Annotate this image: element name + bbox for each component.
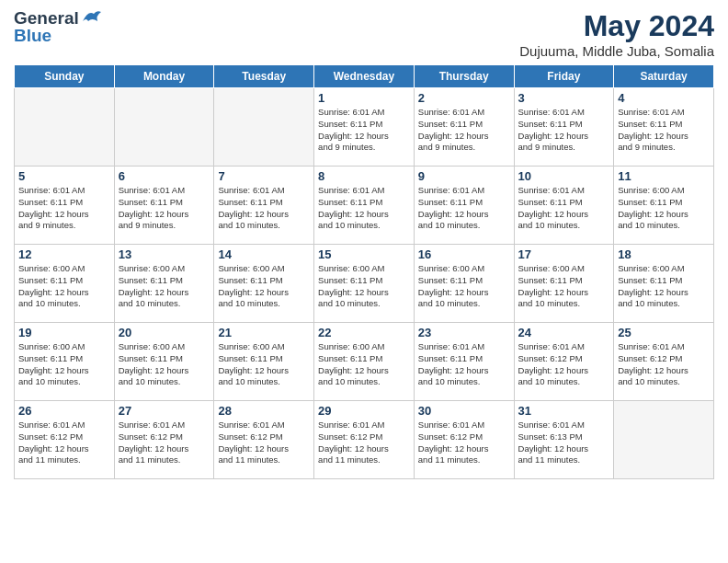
cell-info: Sunrise: 6:01 AMSunset: 6:12 PMDaylight:…	[618, 341, 710, 388]
cell-info: Sunrise: 6:01 AMSunset: 6:11 PMDaylight:…	[318, 107, 410, 154]
day-header-wednesday: Wednesday	[314, 65, 415, 88]
cell-info: Sunrise: 6:00 AMSunset: 6:11 PMDaylight:…	[318, 341, 410, 388]
day-header-friday: Friday	[514, 65, 614, 88]
cal-cell: 7Sunrise: 6:01 AMSunset: 6:11 PMDaylight…	[214, 167, 314, 245]
cell-info: Sunrise: 6:01 AMSunset: 6:12 PMDaylight:…	[518, 341, 610, 388]
cal-cell: 21Sunrise: 6:00 AMSunset: 6:11 PMDayligh…	[214, 323, 314, 401]
cal-cell: 22Sunrise: 6:00 AMSunset: 6:11 PMDayligh…	[314, 323, 415, 401]
day-number: 4	[618, 91, 710, 105]
cal-cell: 18Sunrise: 6:00 AMSunset: 6:11 PMDayligh…	[614, 245, 714, 323]
cell-info: Sunrise: 6:00 AMSunset: 6:11 PMDaylight:…	[618, 185, 710, 232]
cell-info: Sunrise: 6:00 AMSunset: 6:11 PMDaylight:…	[18, 341, 110, 388]
week-row-2: 5Sunrise: 6:01 AMSunset: 6:11 PMDaylight…	[15, 167, 714, 245]
cal-cell: 27Sunrise: 6:01 AMSunset: 6:12 PMDayligh…	[114, 401, 214, 479]
cal-cell: 10Sunrise: 6:01 AMSunset: 6:11 PMDayligh…	[514, 167, 614, 245]
cal-cell: 15Sunrise: 6:00 AMSunset: 6:11 PMDayligh…	[314, 245, 415, 323]
day-header-monday: Monday	[114, 65, 214, 88]
day-number: 20	[119, 326, 210, 339]
cal-cell	[214, 88, 314, 167]
day-number: 30	[418, 404, 510, 418]
day-number: 18	[618, 247, 710, 261]
cal-cell: 4Sunrise: 6:01 AMSunset: 6:11 PMDaylight…	[614, 88, 714, 167]
cal-cell: 11Sunrise: 6:00 AMSunset: 6:11 PMDayligh…	[614, 167, 714, 245]
cal-cell: 25Sunrise: 6:01 AMSunset: 6:12 PMDayligh…	[614, 323, 714, 401]
logo-blue: Blue	[14, 27, 101, 46]
day-number: 25	[618, 326, 710, 339]
day-number: 15	[318, 247, 410, 261]
cell-info: Sunrise: 6:00 AMSunset: 6:11 PMDaylight:…	[518, 263, 610, 310]
day-number: 14	[218, 247, 310, 261]
cal-cell	[614, 401, 714, 479]
cell-info: Sunrise: 6:01 AMSunset: 6:11 PMDaylight:…	[618, 107, 710, 154]
cal-cell: 13Sunrise: 6:00 AMSunset: 6:11 PMDayligh…	[114, 245, 214, 323]
cal-cell: 20Sunrise: 6:00 AMSunset: 6:11 PMDayligh…	[114, 323, 214, 401]
cell-info: Sunrise: 6:01 AMSunset: 6:11 PMDaylight:…	[418, 341, 510, 388]
week-row-1: 1Sunrise: 6:01 AMSunset: 6:11 PMDaylight…	[15, 88, 714, 167]
cal-cell: 23Sunrise: 6:01 AMSunset: 6:11 PMDayligh…	[414, 323, 514, 401]
logo-bird-icon	[81, 8, 101, 25]
cell-info: Sunrise: 6:00 AMSunset: 6:11 PMDaylight:…	[618, 263, 710, 310]
day-number: 5	[18, 169, 110, 183]
cell-info: Sunrise: 6:01 AMSunset: 6:11 PMDaylight:…	[18, 185, 110, 232]
cal-cell	[15, 88, 115, 167]
cal-cell: 19Sunrise: 6:00 AMSunset: 6:11 PMDayligh…	[15, 323, 115, 401]
days-header-row: SundayMondayTuesdayWednesdayThursdayFrid…	[15, 65, 714, 88]
cell-info: Sunrise: 6:00 AMSunset: 6:11 PMDaylight:…	[18, 263, 110, 310]
logo: General Blue	[14, 9, 101, 46]
cal-cell: 26Sunrise: 6:01 AMSunset: 6:12 PMDayligh…	[15, 401, 115, 479]
cell-info: Sunrise: 6:01 AMSunset: 6:12 PMDaylight:…	[218, 419, 310, 466]
day-number: 16	[418, 247, 510, 261]
day-number: 1	[318, 91, 410, 105]
day-number: 13	[119, 247, 210, 261]
day-number: 27	[119, 404, 210, 418]
cal-cell: 1Sunrise: 6:01 AMSunset: 6:11 PMDaylight…	[314, 88, 415, 167]
day-number: 29	[318, 404, 410, 418]
cal-cell: 2Sunrise: 6:01 AMSunset: 6:11 PMDaylight…	[414, 88, 514, 167]
cell-info: Sunrise: 6:00 AMSunset: 6:11 PMDaylight:…	[119, 341, 210, 388]
cell-info: Sunrise: 6:00 AMSunset: 6:11 PMDaylight:…	[218, 263, 310, 310]
day-header-tuesday: Tuesday	[214, 65, 314, 88]
cell-info: Sunrise: 6:01 AMSunset: 6:12 PMDaylight:…	[119, 419, 210, 466]
cal-cell: 31Sunrise: 6:01 AMSunset: 6:13 PMDayligh…	[514, 401, 614, 479]
day-number: 17	[518, 247, 610, 261]
day-number: 28	[218, 404, 310, 418]
day-number: 3	[518, 91, 610, 105]
day-number: 21	[218, 326, 310, 339]
day-number: 19	[18, 326, 110, 339]
month-year-title: May 2024	[519, 9, 714, 43]
cell-info: Sunrise: 6:01 AMSunset: 6:11 PMDaylight:…	[418, 107, 510, 154]
day-number: 26	[18, 404, 110, 418]
cell-info: Sunrise: 6:01 AMSunset: 6:11 PMDaylight:…	[318, 185, 410, 232]
day-number: 22	[318, 326, 410, 339]
cal-cell: 6Sunrise: 6:01 AMSunset: 6:11 PMDaylight…	[114, 167, 214, 245]
location-subtitle: Dujuuma, Middle Juba, Somalia	[519, 43, 714, 59]
cal-cell: 9Sunrise: 6:01 AMSunset: 6:11 PMDaylight…	[414, 167, 514, 245]
day-number: 31	[518, 404, 610, 418]
day-number: 23	[418, 326, 510, 339]
week-row-4: 19Sunrise: 6:00 AMSunset: 6:11 PMDayligh…	[15, 323, 714, 401]
cal-cell	[114, 88, 214, 167]
title-area: May 2024 Dujuuma, Middle Juba, Somalia	[519, 9, 714, 59]
day-header-sunday: Sunday	[15, 65, 115, 88]
cell-info: Sunrise: 6:00 AMSunset: 6:11 PMDaylight:…	[119, 263, 210, 310]
cell-info: Sunrise: 6:00 AMSunset: 6:11 PMDaylight:…	[418, 263, 510, 310]
cell-info: Sunrise: 6:01 AMSunset: 6:12 PMDaylight:…	[418, 419, 510, 466]
cal-cell: 17Sunrise: 6:00 AMSunset: 6:11 PMDayligh…	[514, 245, 614, 323]
cell-info: Sunrise: 6:01 AMSunset: 6:11 PMDaylight:…	[218, 185, 310, 232]
calendar-table: SundayMondayTuesdayWednesdayThursdayFrid…	[14, 64, 714, 479]
cell-info: Sunrise: 6:01 AMSunset: 6:11 PMDaylight:…	[119, 185, 210, 232]
cell-info: Sunrise: 6:01 AMSunset: 6:11 PMDaylight:…	[518, 185, 610, 232]
day-number: 9	[418, 169, 510, 183]
page-header: General Blue May 2024 Dujuuma, Middle Ju…	[14, 9, 714, 59]
cal-cell: 8Sunrise: 6:01 AMSunset: 6:11 PMDaylight…	[314, 167, 415, 245]
cell-info: Sunrise: 6:01 AMSunset: 6:12 PMDaylight:…	[18, 419, 110, 466]
cal-cell: 16Sunrise: 6:00 AMSunset: 6:11 PMDayligh…	[414, 245, 514, 323]
cal-cell: 3Sunrise: 6:01 AMSunset: 6:11 PMDaylight…	[514, 88, 614, 167]
day-number: 12	[18, 247, 110, 261]
cell-info: Sunrise: 6:01 AMSunset: 6:11 PMDaylight:…	[518, 107, 610, 154]
cell-info: Sunrise: 6:00 AMSunset: 6:11 PMDaylight:…	[318, 263, 410, 310]
cal-cell: 24Sunrise: 6:01 AMSunset: 6:12 PMDayligh…	[514, 323, 614, 401]
cell-info: Sunrise: 6:01 AMSunset: 6:11 PMDaylight:…	[418, 185, 510, 232]
week-row-3: 12Sunrise: 6:00 AMSunset: 6:11 PMDayligh…	[15, 245, 714, 323]
cal-cell: 14Sunrise: 6:00 AMSunset: 6:11 PMDayligh…	[214, 245, 314, 323]
